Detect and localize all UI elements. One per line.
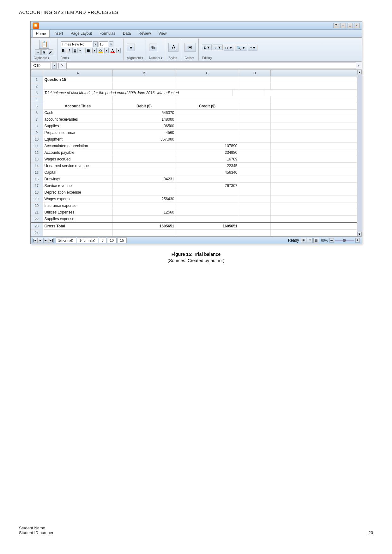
help-button[interactable]: ? xyxy=(333,23,339,28)
sheet-first-button[interactable]: |◄ xyxy=(33,238,38,243)
fill-button[interactable]: ⊟ ▼ xyxy=(224,45,234,51)
cell-c1[interactable] xyxy=(176,76,239,83)
cell-d12[interactable] xyxy=(239,149,271,156)
font-expand-icon[interactable]: ▾ xyxy=(68,56,69,60)
col-header-c[interactable]: C xyxy=(176,70,239,76)
page-break-view-button[interactable]: ▦ xyxy=(313,238,319,243)
cell-a14[interactable]: Unearned service revenue xyxy=(43,163,113,169)
cell-d8[interactable] xyxy=(239,123,271,129)
cell-d9[interactable] xyxy=(239,129,271,136)
cell-b7[interactable]: 148000 xyxy=(113,116,176,123)
cell-b11[interactable] xyxy=(113,143,176,149)
cell-b13[interactable] xyxy=(113,156,176,162)
cell-c21[interactable] xyxy=(176,209,239,215)
sheet-prev-button[interactable]: ◄ xyxy=(38,238,43,243)
sheet-last-button[interactable]: ►| xyxy=(49,238,54,243)
cell-b1[interactable] xyxy=(113,76,176,83)
zoom-slider-thumb[interactable] xyxy=(343,239,346,242)
cell-b9[interactable]: 4560 xyxy=(113,129,176,136)
cell-b5[interactable]: Debit ($) xyxy=(113,103,176,109)
cell-d3[interactable] xyxy=(233,90,264,96)
sheet-tab-1formala[interactable]: 1(formala) xyxy=(77,238,98,243)
font-size-dropdown[interactable]: ▼ xyxy=(109,41,113,47)
cell-d20[interactable] xyxy=(239,202,271,209)
clear-button[interactable]: ✧▼ xyxy=(248,45,257,51)
cell-a12[interactable]: Accounts payable xyxy=(43,149,113,156)
cell-b24[interactable] xyxy=(113,230,176,236)
cell-ref-dropdown[interactable]: ▼ xyxy=(52,63,57,69)
cell-b6[interactable]: 546370 xyxy=(113,110,176,116)
minimize-button[interactable]: – xyxy=(340,23,346,28)
cell-d13[interactable] xyxy=(239,156,271,162)
bold-button[interactable]: B xyxy=(61,48,66,53)
border-dropdown[interactable]: ▼ xyxy=(92,48,97,53)
cell-c12[interactable]: 234980 xyxy=(176,149,239,156)
cell-a4[interactable] xyxy=(43,96,113,103)
alignment-expand-icon[interactable]: ▾ xyxy=(142,56,143,60)
cell-d23[interactable] xyxy=(239,223,271,229)
sort-button[interactable]: ↕↑▼ xyxy=(213,45,223,50)
cell-c13[interactable]: 16789 xyxy=(176,156,239,162)
cell-b19[interactable]: 256430 xyxy=(113,196,176,202)
scrollbar-track[interactable] xyxy=(357,74,362,232)
percent-button[interactable]: % xyxy=(149,44,157,51)
tab-page-layout[interactable]: Page Layout xyxy=(67,30,95,37)
underline-button[interactable]: U xyxy=(72,48,78,53)
cell-c11[interactable]: 107890 xyxy=(176,143,239,149)
cell-a18[interactable]: Depreciation expense xyxy=(43,189,113,196)
cell-c15[interactable]: 456340 xyxy=(176,169,239,176)
align-button[interactable]: ≡ xyxy=(127,44,135,51)
cell-c24[interactable] xyxy=(176,230,239,236)
col-header-d[interactable]: D xyxy=(239,70,271,76)
cell-b23[interactable]: 1605651 xyxy=(113,223,176,229)
tab-data[interactable]: Data xyxy=(119,30,134,37)
sheet-tab-10[interactable]: 10 xyxy=(107,238,117,243)
close-button[interactable]: × xyxy=(354,23,360,28)
cell-d5[interactable] xyxy=(239,103,271,109)
font-color-dropdown[interactable]: ▼ xyxy=(116,48,121,53)
cut-button[interactable]: ✂ xyxy=(35,49,41,55)
cell-a7[interactable]: account receivables xyxy=(43,116,113,123)
cell-a5[interactable]: Account Titles xyxy=(43,103,113,109)
cell-d17[interactable] xyxy=(239,183,271,189)
clipboard-expand-icon[interactable]: ▾ xyxy=(48,56,49,60)
cell-d22[interactable] xyxy=(239,216,271,222)
cell-c18[interactable] xyxy=(176,189,239,196)
scroll-down-button[interactable]: ▼ xyxy=(357,232,362,236)
cell-c17[interactable]: 767307 xyxy=(176,183,239,189)
cell-d24[interactable] xyxy=(239,230,271,236)
font-size-input[interactable]: 10 xyxy=(99,41,108,47)
cell-b2[interactable] xyxy=(113,83,176,89)
tab-insert[interactable]: Insert xyxy=(50,30,67,37)
cell-b20[interactable] xyxy=(113,202,176,209)
cells-button[interactable]: ⊞ xyxy=(184,43,196,52)
cell-a8[interactable]: Supplies xyxy=(43,123,113,129)
page-layout-view-button[interactable]: □ xyxy=(307,238,313,243)
styles-button[interactable]: A xyxy=(168,43,178,52)
sheet-tab-8[interactable]: 8 xyxy=(99,238,106,243)
cell-b15[interactable] xyxy=(113,169,176,176)
cell-b4[interactable] xyxy=(113,96,176,103)
cell-b12[interactable] xyxy=(113,149,176,156)
zoom-slider[interactable] xyxy=(335,240,354,241)
cell-c4[interactable] xyxy=(176,96,239,103)
cell-d19[interactable] xyxy=(239,196,271,202)
cell-c20[interactable] xyxy=(176,202,239,209)
cell-a1[interactable]: Question 15 xyxy=(43,76,113,83)
tab-review[interactable]: Review xyxy=(135,30,154,37)
cell-b21[interactable]: 12560 xyxy=(113,209,176,215)
cell-a16[interactable]: Drawings xyxy=(43,176,113,182)
cell-d21[interactable] xyxy=(239,209,271,215)
cell-d16[interactable] xyxy=(239,176,271,182)
fill-color-button[interactable]: ◇ xyxy=(98,48,103,53)
cell-d10[interactable] xyxy=(239,136,271,142)
cell-c9[interactable] xyxy=(176,129,239,136)
cell-a9[interactable]: Prepaid insurance xyxy=(43,129,113,136)
col-header-b[interactable]: B xyxy=(113,70,176,76)
cell-a13[interactable]: Wages accrued xyxy=(43,156,113,162)
restore-button[interactable]: □ xyxy=(347,23,353,28)
cell-d14[interactable] xyxy=(239,163,271,169)
cell-d4[interactable] xyxy=(239,96,271,103)
underline-dropdown[interactable]: ▼ xyxy=(78,48,82,53)
cell-d11[interactable] xyxy=(239,143,271,149)
